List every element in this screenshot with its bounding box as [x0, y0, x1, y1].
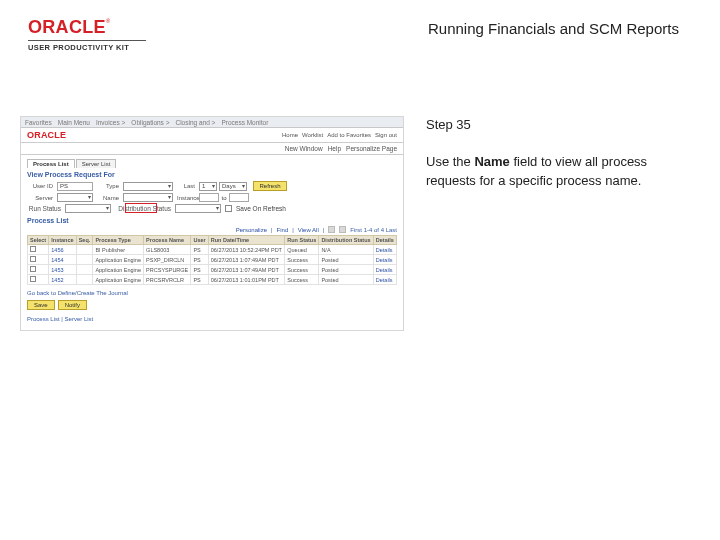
- label-save-on-refresh: Save On Refresh: [236, 205, 286, 212]
- crumb[interactable]: Invoices >: [96, 119, 125, 126]
- save-on-refresh-checkbox[interactable]: [225, 205, 232, 212]
- last-unit-select[interactable]: Days: [219, 182, 247, 191]
- col-dist-status: Distribution Status: [319, 236, 373, 245]
- cell-run-status: Queued: [285, 245, 319, 255]
- cell-name: PRCSYSPURGE: [144, 265, 191, 275]
- nav-signout[interactable]: Sign out: [375, 132, 397, 138]
- cell-instance[interactable]: 1452: [49, 275, 76, 285]
- table-row: 1456BI PublisherGLS8003PS06/27/2013 10:5…: [28, 245, 397, 255]
- cell-dist-status: Posted: [319, 275, 373, 285]
- cell-dist-status: Posted: [319, 265, 373, 275]
- cell-details[interactable]: Details: [373, 245, 396, 255]
- cell-details[interactable]: Details: [373, 255, 396, 265]
- link-new-window[interactable]: New Window: [285, 145, 323, 152]
- row-checkbox[interactable]: [30, 256, 36, 262]
- col-details: Details: [373, 236, 396, 245]
- table-row: 1453Application EnginePRCSYSPURGEPS06/27…: [28, 265, 397, 275]
- table-row: 1454Application EnginePSXP_DIRCLNPS06/27…: [28, 255, 397, 265]
- type-select[interactable]: [123, 182, 173, 191]
- save-button[interactable]: Save: [27, 300, 55, 310]
- instance-to-input[interactable]: [229, 193, 249, 202]
- app-screenshot: Favorites Main Menu Invoices > Obligatio…: [20, 116, 404, 331]
- label-run-status: Run Status: [27, 205, 61, 212]
- pager-range: First 1-4 of 4 Last: [350, 227, 397, 233]
- cell-seq: [76, 255, 93, 265]
- breadcrumb-bar: Favorites Main Menu Invoices > Obligatio…: [21, 117, 403, 128]
- row-checkbox[interactable]: [30, 276, 36, 282]
- cell-seq: [76, 265, 93, 275]
- link-personalize[interactable]: Personalize: [236, 227, 267, 233]
- app-oracle-logo: ORACLE: [27, 130, 66, 140]
- nav-home[interactable]: Home: [282, 132, 298, 138]
- col-run-date: Run Date/Time: [208, 236, 285, 245]
- nav-add-fav[interactable]: Add to Favorites: [327, 132, 371, 138]
- cell-instance[interactable]: 1453: [49, 265, 76, 275]
- run-status-select[interactable]: [65, 204, 111, 213]
- section-view-request: View Process Request For: [27, 171, 397, 178]
- label-server: Server: [27, 195, 53, 201]
- crumb[interactable]: Closing and >: [175, 119, 215, 126]
- label-user-id: User ID: [27, 183, 53, 189]
- instr-bold: Name: [474, 154, 509, 169]
- cell-details[interactable]: Details: [373, 275, 396, 285]
- cell-dist-status: Posted: [319, 255, 373, 265]
- label-last: Last: [177, 183, 195, 189]
- page-title: Running Financials and SCM Reports: [168, 18, 692, 37]
- link-find[interactable]: Find: [277, 227, 289, 233]
- oracle-upk-logo: ORACLE® USER PRODUCTIVITY KIT: [28, 18, 168, 52]
- crumb[interactable]: Main Menu: [58, 119, 90, 126]
- table-row: 1452Application EnginePRCSRVRCLRPS06/27/…: [28, 275, 397, 285]
- label-name: Name: [97, 195, 119, 201]
- cell-date: 06/27/2013 1:07:49AM PDT: [208, 255, 285, 265]
- col-select: Select: [28, 236, 49, 245]
- cell-name: PRCSRVRCLR: [144, 275, 191, 285]
- cell-type: Application Engine: [93, 265, 144, 275]
- label-instance: Instance: [177, 195, 195, 201]
- cell-seq: [76, 245, 93, 255]
- cell-details[interactable]: Details: [373, 265, 396, 275]
- cell-seq: [76, 275, 93, 285]
- row-checkbox[interactable]: [30, 246, 36, 252]
- grid-icon[interactable]: [328, 226, 335, 233]
- crumb[interactable]: Obligations >: [131, 119, 169, 126]
- instr-prefix: Use the: [426, 154, 474, 169]
- cell-user: PS: [191, 275, 208, 285]
- cell-name: GLS8003: [144, 245, 191, 255]
- name-input[interactable]: [123, 193, 173, 202]
- link-go-back[interactable]: Go back to Define/Create The Journal: [27, 290, 397, 296]
- nav-worklist[interactable]: Worklist: [302, 132, 323, 138]
- server-select[interactable]: [57, 193, 93, 202]
- user-id-input[interactable]: PS: [57, 182, 93, 191]
- cell-type: Application Engine: [93, 255, 144, 265]
- cell-date: 06/27/2013 10:52:24PM PDT: [208, 245, 285, 255]
- logo-subtitle: USER PRODUCTIVITY KIT: [28, 43, 168, 52]
- instance-from-input[interactable]: [199, 193, 219, 202]
- link-help[interactable]: Help: [328, 145, 341, 152]
- crumb[interactable]: Favorites: [25, 119, 52, 126]
- notify-button[interactable]: Notify: [58, 300, 87, 310]
- last-count-select[interactable]: 1: [199, 182, 217, 191]
- cell-user: PS: [191, 265, 208, 275]
- cell-date: 06/27/2013 1:07:49AM PDT: [208, 265, 285, 275]
- cell-user: PS: [191, 255, 208, 265]
- link-view-all[interactable]: View All: [298, 227, 319, 233]
- col-instance: Instance: [49, 236, 76, 245]
- col-run-status: Run Status: [285, 236, 319, 245]
- cell-instance[interactable]: 1456: [49, 245, 76, 255]
- footer-tabs-links[interactable]: Process List | Server List: [27, 316, 397, 322]
- link-personalize[interactable]: Personalize Page: [346, 145, 397, 152]
- tab-process-list[interactable]: Process List: [27, 159, 75, 168]
- table-header-row: Select Instance Seq. Process Type Proces…: [28, 236, 397, 245]
- crumb[interactable]: Process Monitor: [221, 119, 268, 126]
- dist-status-select[interactable]: [175, 204, 221, 213]
- tab-server-list[interactable]: Server List: [76, 159, 117, 168]
- cell-instance[interactable]: 1454: [49, 255, 76, 265]
- cell-name: PSXP_DIRCLN: [144, 255, 191, 265]
- cell-dist-status: N/A: [319, 245, 373, 255]
- download-icon[interactable]: [339, 226, 346, 233]
- cell-run-status: Success: [285, 255, 319, 265]
- refresh-button[interactable]: Refresh: [253, 181, 287, 191]
- row-checkbox[interactable]: [30, 266, 36, 272]
- col-process-type: Process Type: [93, 236, 144, 245]
- cell-date: 06/27/2013 1:01:01PM PDT: [208, 275, 285, 285]
